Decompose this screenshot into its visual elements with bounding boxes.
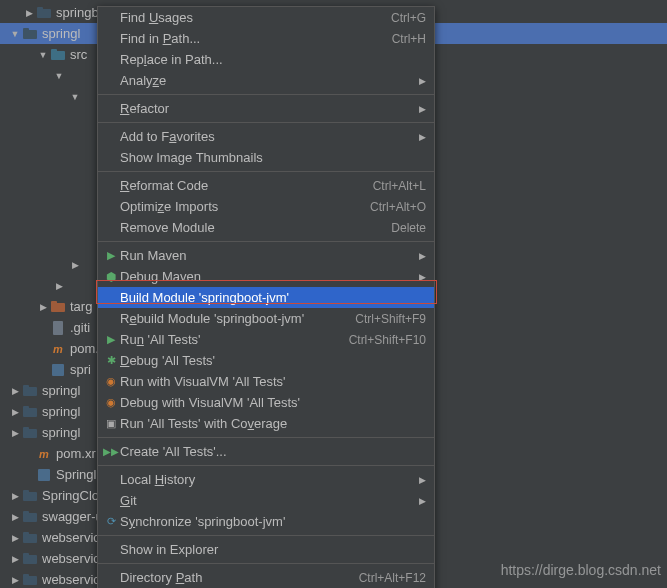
menu-shortcut: Ctrl+Shift+F9 [355, 312, 426, 326]
maven-icon: m [36, 446, 52, 462]
menu-item[interactable]: Show Image Thumbnails [98, 147, 434, 168]
tree-label: Springl [56, 467, 96, 482]
chevron-right-icon[interactable] [8, 428, 22, 438]
menu-item[interactable]: Analyze▶ [98, 70, 434, 91]
menu-label: Find Usages [120, 10, 371, 25]
folder-icon [22, 551, 38, 567]
folder-icon [22, 572, 38, 588]
chevron-right-icon[interactable] [8, 386, 22, 396]
maven-icon: m [50, 341, 66, 357]
menu-item[interactable]: Find in Path...Ctrl+H [98, 28, 434, 49]
watermark: https://dirge.blog.csdn.net [501, 562, 661, 578]
svg-rect-16 [38, 469, 50, 481]
submenu-arrow-icon: ▶ [419, 104, 426, 114]
menu-item[interactable]: ◉Debug with VisualVM 'All Tests' [98, 392, 434, 413]
menu-item[interactable]: Directory PathCtrl+Alt+F12 [98, 567, 434, 588]
svg-rect-5 [51, 49, 57, 53]
menu-item[interactable]: ▶▶Create 'All Tests'... [98, 441, 434, 462]
tree-label: springl [42, 404, 80, 419]
menu-item[interactable]: ✱Debug 'All Tests' [98, 350, 434, 371]
chevron-down-icon[interactable] [8, 29, 22, 39]
tree-label: springl [42, 26, 80, 41]
tree-label: springb [56, 5, 99, 20]
visualvm-icon: ◉ [102, 375, 120, 388]
menu-item[interactable]: ◉Run with VisualVM 'All Tests' [98, 371, 434, 392]
chevron-right-icon[interactable] [8, 533, 22, 543]
chevron-right-icon[interactable] [68, 260, 82, 270]
menu-label: Directory Path [120, 570, 339, 585]
menu-item[interactable]: Find UsagesCtrl+G [98, 7, 434, 28]
menu-item[interactable]: ▣Run 'All Tests' with Coverage [98, 413, 434, 434]
menu-label: Analyze [120, 73, 411, 88]
context-menu: Find UsagesCtrl+GFind in Path...Ctrl+HRe… [97, 6, 435, 588]
menu-item[interactable]: Git▶ [98, 490, 434, 511]
menu-item[interactable]: Local History▶ [98, 469, 434, 490]
menu-item[interactable]: ▶Run 'All Tests'Ctrl+Shift+F10 [98, 329, 434, 350]
file-icon [50, 320, 66, 336]
menu-label: Run 'All Tests' [120, 332, 329, 347]
menu-separator [98, 535, 434, 536]
menu-label: Refactor [120, 101, 411, 116]
svg-rect-11 [23, 385, 29, 389]
iml-icon [50, 362, 66, 378]
chevron-right-icon[interactable] [8, 554, 22, 564]
menu-separator [98, 437, 434, 438]
menu-item[interactable]: ⟳Synchronize 'springboot-jvm' [98, 511, 434, 532]
folder-icon [22, 509, 38, 525]
chevron-down-icon[interactable] [36, 50, 50, 60]
menu-label: Optimize Imports [120, 199, 350, 214]
menu-item[interactable]: Add to Favorites▶ [98, 126, 434, 147]
folder-icon [22, 404, 38, 420]
svg-rect-3 [23, 28, 29, 32]
chevron-right-icon[interactable] [8, 407, 22, 417]
menu-item[interactable]: Show in Explorer [98, 539, 434, 560]
tree-label: webservic [42, 530, 100, 545]
chevron-right-icon[interactable] [52, 281, 66, 291]
submenu-arrow-icon: ▶ [419, 272, 426, 282]
menu-item[interactable]: Optimize ImportsCtrl+Alt+O [98, 196, 434, 217]
menu-item[interactable]: Reformat CodeCtrl+Alt+L [98, 175, 434, 196]
menu-label: Build Module 'springboot-jvm' [120, 290, 426, 305]
svg-rect-24 [23, 553, 29, 557]
svg-rect-8 [53, 321, 63, 335]
menu-item[interactable]: Rebuild Module 'springboot-jvm'Ctrl+Shif… [98, 308, 434, 329]
menu-label: Find in Path... [120, 31, 372, 46]
target-folder-icon [50, 299, 66, 315]
submenu-arrow-icon: ▶ [419, 496, 426, 506]
create-icon: ▶▶ [102, 446, 120, 457]
menu-item[interactable]: Build Module 'springboot-jvm' [98, 287, 434, 308]
menu-label: Create 'All Tests'... [120, 444, 426, 459]
menu-separator [98, 122, 434, 123]
menu-item[interactable]: ▶Run Maven▶ [98, 245, 434, 266]
menu-separator [98, 171, 434, 172]
source-folder-icon [50, 47, 66, 63]
menu-item[interactable]: Remove ModuleDelete [98, 217, 434, 238]
menu-label: Debug with VisualVM 'All Tests' [120, 395, 426, 410]
svg-rect-13 [23, 406, 29, 410]
chevron-right-icon[interactable] [8, 491, 22, 501]
tree-label: springl [42, 425, 80, 440]
tree-label: targ [70, 299, 92, 314]
menu-shortcut: Ctrl+H [392, 32, 426, 46]
svg-rect-7 [51, 301, 57, 305]
chevron-down-icon[interactable] [52, 71, 66, 81]
menu-shortcut: Ctrl+Alt+L [373, 179, 426, 193]
chevron-right-icon[interactable] [36, 302, 50, 312]
coverage-icon: ▣ [102, 417, 120, 430]
menu-label: Git [120, 493, 411, 508]
chevron-right-icon[interactable] [8, 575, 22, 585]
menu-separator [98, 94, 434, 95]
menu-item[interactable]: Replace in Path... [98, 49, 434, 70]
menu-label: Reformat Code [120, 178, 353, 193]
tree-label: src [70, 47, 87, 62]
chevron-down-icon[interactable] [68, 92, 82, 102]
menu-shortcut: Ctrl+Shift+F10 [349, 333, 426, 347]
folder-icon [22, 425, 38, 441]
menu-label: Show Image Thumbnails [120, 150, 426, 165]
menu-item[interactable]: ⬢Debug Maven▶ [98, 266, 434, 287]
menu-item[interactable]: Refactor▶ [98, 98, 434, 119]
chevron-right-icon[interactable] [22, 8, 36, 18]
run-icon: ▶ [102, 333, 120, 346]
folder-icon [36, 5, 52, 21]
chevron-right-icon[interactable] [8, 512, 22, 522]
